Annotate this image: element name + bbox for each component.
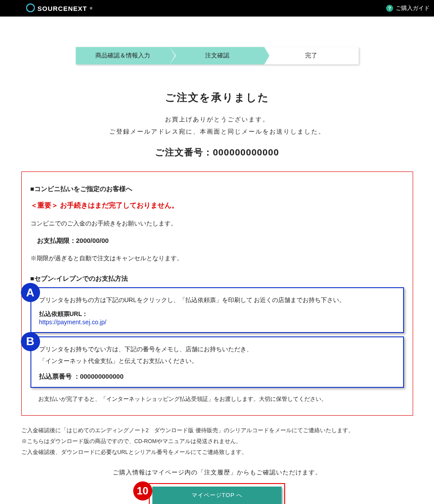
progress-step-1: 商品確認＆情報入力 [76, 47, 170, 64]
deadline-value: 2000/00/00 [76, 237, 109, 244]
brand-logo[interactable]: SOURCENEXT® [26, 3, 93, 13]
button-wrap: 10 マイページTOP へ [21, 483, 413, 504]
payment-deadline: お支払期限：2000/00/00 [37, 237, 404, 245]
payment-url-link[interactable]: https://payment.sej.co.jp/ [39, 319, 107, 326]
order-number-value: 000000000000 [213, 147, 279, 157]
footer-note-1: ご入金確認後に「はじめてのエンディングノート2 ダウンロード版 優待販売」のシリ… [21, 425, 422, 436]
slip-label: 払込票番号 ： [39, 373, 80, 380]
option-a-text: プリンタをお持ちの方は下記のURLをクリックし、「払込依頼票」を印刷して お近く… [39, 294, 395, 306]
page-title: ご注文を承りました [21, 91, 413, 104]
button-highlight-border: マイページTOP へ [149, 483, 286, 504]
guide-label: ご購入ガイド [396, 4, 430, 12]
slip-number: 払込票番号 ：000000000000 [39, 373, 395, 381]
footer-note-2: ※こちらはダウンロード版の商品ですので、CD-ROMやマニュアルは発送されません… [21, 436, 422, 447]
progress-step-2: 注文確認 [170, 47, 264, 64]
url-label: 払込依頼票URL： [39, 310, 395, 318]
thank-you-text: お買上げありがとうございます。 ご登録メールアドレス宛に、本画面と同じメールをお… [21, 113, 413, 138]
bullet-b: B [21, 332, 40, 351]
convenience-heading: ■コンビニ払いをご指定のお客様へ [30, 185, 404, 193]
global-header: SOURCENEXT® ? ご購入ガイド [0, 0, 434, 17]
order-number: ご注文番号：000000000000 [21, 146, 413, 158]
bullet-a: A [21, 283, 40, 302]
checkout-progress: 商品確認＆情報入力 注文確認 完了 [76, 47, 359, 64]
seven-eleven-heading: ■セブン-イレブンでのお支払方法 [30, 275, 404, 283]
svg-rect-1 [27, 7, 34, 8]
help-icon: ? [386, 5, 393, 12]
option-a-wrap: A プリンタをお持ちの方は下記のURLをクリックし、「払込依頼票」を印刷して お… [30, 287, 404, 333]
footer-note-3: ご入金確認後、ダウンロードに必要なURLとシリアル番号をメールにてご連絡致します… [21, 447, 422, 458]
option-b-wrap: B プリンタをお持ちでない方は、下記の番号をメモし、店舗にお持ちいただき、 「イ… [30, 336, 404, 388]
option-b-line-1: プリンタをお持ちでない方は、下記の番号をメモし、店舗にお持ちいただき、 [39, 343, 395, 355]
mypage-note: ご購入情報はマイページ内の「注文履歴」からもご確認いただけます。 [21, 469, 413, 477]
option-b-box: プリンタをお持ちでない方は、下記の番号をメモし、店舗にお持ちいただき、 「インタ… [30, 336, 404, 388]
step-10-bullet: 10 [133, 481, 152, 501]
after-payment-text: お支払いが完了すると、「インターネットショッピング払込受領証」をお渡しします。大… [30, 394, 404, 404]
option-a-box: プリンタをお持ちの方は下記のURLをクリックし、「払込依頼票」を印刷して お近く… [30, 287, 404, 333]
order-number-label: ご注文番号： [155, 147, 213, 157]
main-content: ご注文を承りました お買上げありがとうございます。 ご登録メールアドレス宛に、本… [21, 64, 413, 504]
logo-icon [26, 3, 35, 13]
purchase-guide-link[interactable]: ? ご購入ガイド [386, 4, 430, 12]
option-b-line-2: 「インターネット代金支払」と伝えてお支払いください。 [39, 355, 395, 367]
notice-body-2: ※期限が過ぎると自動で注文はキャンセルとなります。 [30, 253, 404, 264]
thanks-line-2: ご登録メールアドレス宛に、本画面と同じメールをお送りしました。 [21, 125, 413, 138]
deadline-label: お支払期限： [37, 237, 76, 244]
thanks-line-1: お買上げありがとうございます。 [21, 113, 413, 125]
notice-body-1: コンビニでのご入金のお手続きをお願いいたします。 [30, 218, 404, 229]
footer-notes: ご入金確認後に「はじめてのエンディングノート2 ダウンロード版 優待販売」のシリ… [21, 425, 422, 458]
progress-step-3: 完了 [264, 47, 359, 64]
brand-text: SOURCENEXT [37, 5, 87, 12]
mypage-top-button[interactable]: マイページTOP へ [152, 487, 282, 504]
payment-notice-box: ■コンビニ払いをご指定のお客様へ ＜重要＞ お手続きはまだ完了しておりません。 … [21, 171, 413, 416]
slip-value: 000000000000 [80, 373, 124, 380]
important-warning: ＜重要＞ お手続きはまだ完了しておりません。 [30, 201, 404, 210]
